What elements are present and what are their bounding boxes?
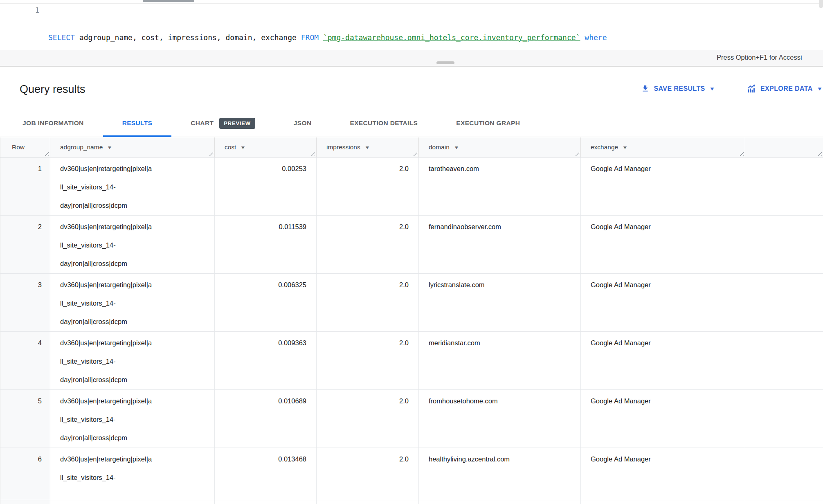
column-header-exchange[interactable]: exchange▼ xyxy=(581,137,745,157)
results-table: Rowadgroup_name▼cost▼impressions▼domain▼… xyxy=(0,137,823,504)
adgroup-name-line: ll_site_visitors_14- xyxy=(60,352,205,371)
column-resize-handle[interactable] xyxy=(310,151,315,156)
adgroup-name-line: day|ron|all|cross|dcpm xyxy=(60,254,205,273)
impressions-cell: 2.0 xyxy=(317,216,419,273)
column-header-adgroup_name[interactable]: adgroup_name▼ xyxy=(50,137,215,157)
table-row: 2dv360|us|en|retargeting|pixel|all_site_… xyxy=(0,216,823,274)
exchange-cell xyxy=(581,500,745,504)
adgroup-name-line: day|ron|all|cross|dcpm xyxy=(60,196,205,215)
cost-cell: 0.011539 xyxy=(215,216,317,273)
spacer-cell xyxy=(745,216,823,273)
impressions-cell xyxy=(317,500,419,504)
accessibility-hint: Press Option+F1 for Accessi xyxy=(717,54,802,61)
domain-cell: fromhousetohome.com xyxy=(419,390,581,448)
cost-cell: 0.006325 xyxy=(215,274,317,331)
column-resize-handle[interactable] xyxy=(817,151,822,156)
table-body: 1dv360|us|en|retargeting|pixel|all_site_… xyxy=(0,158,823,504)
sort-caret-icon[interactable]: ▼ xyxy=(240,145,246,150)
column-label: exchange xyxy=(591,144,618,151)
sql-token-plain xyxy=(580,33,585,42)
spacer-cell xyxy=(745,448,823,500)
spacer-cell xyxy=(745,332,823,389)
exchange-cell: Google Ad Manager xyxy=(581,158,745,215)
impressions-cell: 2.0 xyxy=(317,332,419,389)
sort-caret-icon[interactable]: ▼ xyxy=(454,145,459,150)
tab-job-information[interactable]: JOB INFORMATION xyxy=(3,110,103,137)
sql-token-plain: adgroup_name, cost, impressions, domain,… xyxy=(75,33,301,42)
explore-data-button[interactable]: EXPLORE DATA ▼ xyxy=(742,81,823,97)
editor-horizontal-scrollbar-thumb[interactable] xyxy=(143,0,194,2)
cost-cell: 0.013468 xyxy=(215,448,317,500)
column-header-domain[interactable]: domain▼ xyxy=(419,137,581,157)
table-row: 4dv360|us|en|retargeting|pixel|all_site_… xyxy=(0,332,823,390)
column-label: Row xyxy=(12,144,25,151)
spacer-cell xyxy=(745,158,823,215)
column-label: adgroup_name xyxy=(60,144,103,151)
spacer-cell xyxy=(745,500,823,504)
column-resize-handle[interactable] xyxy=(208,151,213,156)
tab-results[interactable]: RESULTS xyxy=(103,110,172,137)
sort-caret-icon[interactable]: ▼ xyxy=(107,145,112,150)
editor-vertical-scrollbar-thumb[interactable] xyxy=(819,0,823,8)
domain-cell: healthyliving.azcentral.com xyxy=(419,448,581,500)
tab-label: EXECUTION GRAPH xyxy=(456,119,520,127)
row-number-cell: 6 xyxy=(0,448,50,500)
domain-cell xyxy=(419,500,581,504)
impressions-cell: 2.0 xyxy=(317,448,419,500)
impressions-cell: 2.0 xyxy=(317,274,419,331)
adgroup-name-line: day|ron|all|cross|dcpm xyxy=(60,429,205,447)
exchange-cell: Google Ad Manager xyxy=(581,448,745,500)
adgroup-name-cell xyxy=(50,500,215,504)
adgroup-name-line: dv360|us|en|retargeting|pixel|a xyxy=(60,450,205,468)
sql-token-keyword: FROM xyxy=(301,33,319,42)
adgroup-name-cell: dv360|us|en|retargeting|pixel|all_site_v… xyxy=(50,390,215,448)
row-number-cell: 5 xyxy=(0,390,50,448)
column-resize-handle[interactable] xyxy=(44,151,49,156)
cost-cell: 0.010689 xyxy=(215,390,317,448)
row-number-cell xyxy=(0,500,50,504)
adgroup-name-line: ll_site_visitors_14- xyxy=(60,468,205,487)
adgroup-name-line: ll_site_visitors_14- xyxy=(60,178,205,196)
save-results-label: SAVE RESULTS xyxy=(654,85,705,92)
adgroup-name-line: day|ron|all|cross|dcpm xyxy=(60,313,205,331)
tab-execution-details[interactable]: EXECUTION DETAILS xyxy=(331,110,437,137)
tab-chart[interactable]: CHARTPREVIEW xyxy=(171,110,274,137)
tab-label: RESULTS xyxy=(122,119,153,127)
sql-editor[interactable]: 1 SELECT adgroup_name, cost, impressions… xyxy=(0,0,823,50)
sort-caret-icon[interactable]: ▼ xyxy=(364,145,370,150)
sql-token-table-link[interactable]: `pmg-datawarehouse.omni_hotels_core.inve… xyxy=(323,33,580,42)
table-row: 6dv360|us|en|retargeting|pixel|all_site_… xyxy=(0,448,823,500)
row-number-cell: 1 xyxy=(0,158,50,215)
adgroup-name-line: dv360|us|en|retargeting|pixel|a xyxy=(60,334,205,352)
column-resize-handle[interactable] xyxy=(574,151,579,156)
sql-token-keyword: SELECT xyxy=(48,33,75,42)
sql-code-line-1[interactable]: SELECT adgroup_name, cost, impressions, … xyxy=(48,31,817,44)
query-results-header: Query results SAVE RESULTS ▼ xyxy=(0,67,823,110)
tab-label: EXECUTION DETAILS xyxy=(350,119,418,127)
chevron-down-icon: ▼ xyxy=(709,86,715,91)
cost-cell: 0.009363 xyxy=(215,332,317,389)
column-header-cost[interactable]: cost▼ xyxy=(215,137,317,157)
save-results-button[interactable]: SAVE RESULTS ▼ xyxy=(637,81,719,96)
exchange-cell: Google Ad Manager xyxy=(581,332,745,389)
column-header-Row: Row xyxy=(0,137,50,157)
impressions-cell: 2.0 xyxy=(317,390,419,448)
domain-cell: tarotheaven.com xyxy=(419,158,581,215)
tab-execution-graph[interactable]: EXECUTION GRAPH xyxy=(437,110,539,137)
splitter-drag-handle[interactable] xyxy=(436,61,454,64)
tab-label: JSON xyxy=(294,119,312,127)
tab-json[interactable]: JSON xyxy=(274,110,331,137)
domain-cell: fernandinaobserver.com xyxy=(419,216,581,273)
adgroup-name-cell: dv360|us|en|retargeting|pixel|all_site_v… xyxy=(50,216,215,273)
table-row: 3dv360|us|en|retargeting|pixel|all_site_… xyxy=(0,274,823,332)
adgroup-name-cell: dv360|us|en|retargeting|pixel|all_site_v… xyxy=(50,158,215,215)
adgroup-name-line: dv360|us|en|retargeting|pixel|a xyxy=(60,392,205,410)
adgroup-name-line: dv360|us|en|retargeting|pixel|a xyxy=(60,218,205,236)
column-header-impressions[interactable]: impressions▼ xyxy=(317,137,419,157)
explore-chart-icon xyxy=(747,84,756,93)
column-resize-handle[interactable] xyxy=(412,151,417,156)
column-resize-handle[interactable] xyxy=(739,151,744,156)
impressions-cell: 2.0 xyxy=(317,158,419,215)
page-title: Query results xyxy=(20,83,85,96)
sort-caret-icon[interactable]: ▼ xyxy=(622,145,628,150)
